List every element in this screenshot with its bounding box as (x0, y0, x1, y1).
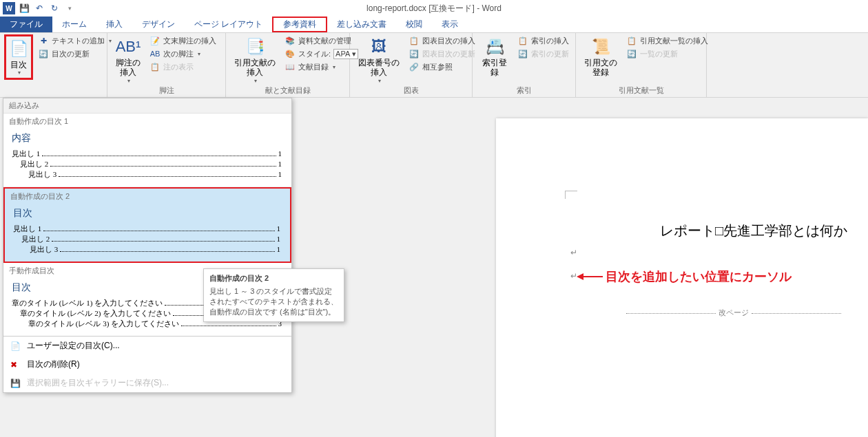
toc-gallery: 組み込み 自動作成の目次 1 内容 見出し 11 見出し 21 見出し 31 自… (3, 98, 292, 393)
style-selector[interactable]: 🎨スタイル: APA ▾ (282, 47, 360, 60)
word-logo-icon: W (3, 2, 15, 14)
annotation-arrow: 目次を追加したい位置にカーソル (579, 268, 792, 285)
insert-toa-icon: 📋 (626, 35, 637, 46)
window-title: long-report.docx [互換モード] - Word (366, 3, 502, 14)
tab-file[interactable]: ファイル (0, 17, 52, 32)
document-title: レポート□先進工学部とは何か (660, 222, 847, 240)
undo-button[interactable]: ↶ (33, 2, 45, 14)
next-footnote-button[interactable]: AB次の脚注 (147, 47, 218, 60)
title-bar: W 💾 ↶ ↻ ▾ long-report.docx [互換モード] - Wor… (0, 0, 868, 17)
update-toc-button[interactable]: 🔄目次の更新 (36, 47, 114, 60)
update-toa-label: 一覧の更新 (640, 49, 678, 59)
bibliography-button[interactable]: 📖文献目録 (282, 61, 360, 73)
next-footnote-label: 次の脚注 (163, 49, 194, 59)
style-icon: 🎨 (285, 48, 296, 59)
toc-auto-1[interactable]: 自動作成の目次 1 内容 見出し 11 見出し 21 見出し 31 (3, 114, 291, 187)
insert-citation-button[interactable]: 📑 引用文献の 挿入 (230, 34, 280, 85)
insert-tof-label: 図表目次の挿入 (422, 36, 475, 46)
tooltip: 自動作成の目次 2 見出し 1 ～ 3 のスタイルで書式設定されたすべてのテキス… (203, 268, 344, 322)
mark-citation-button[interactable]: 📜 引用文の 登録 (580, 34, 621, 79)
group-captions-label: 図表 (350, 85, 472, 96)
tab-review[interactable]: 校閲 (396, 17, 432, 32)
insert-footnote-button[interactable]: AB¹ 脚注の 挿入 (112, 34, 145, 85)
tab-design[interactable]: デザイン (132, 17, 185, 32)
gallery-section-builtin: 組み込み (3, 98, 291, 114)
update-tof-button[interactable]: 🔄図表目次の更新 (406, 47, 477, 60)
cross-reference-label: 相互参照 (422, 62, 453, 72)
toa-icon: 📜 (590, 36, 612, 58)
qat-customize-icon[interactable]: ▾ (63, 2, 76, 14)
add-text-icon: ✚ (38, 35, 49, 46)
update-toc-icon: 🔄 (38, 48, 49, 59)
insert-caption-label: 図表番号の 挿入 (358, 58, 400, 78)
style-label: スタイル: (298, 49, 331, 59)
remove-toc-icon: ✖ (10, 360, 21, 370)
tab-home[interactable]: ホーム (52, 17, 96, 32)
remove-toc-label: 目次の削除(R) (27, 359, 80, 370)
insert-endnote-label: 文末脚注の挿入 (163, 36, 216, 46)
tab-view[interactable]: 表示 (432, 17, 468, 32)
insert-index-button[interactable]: 📋索引の挿入 (515, 34, 571, 47)
tooltip-body: 見出し 1 ～ 3 のスタイルで書式設定されたすべてのテキストが含まれる、自動作… (209, 286, 338, 317)
show-notes-icon: 📋 (149, 61, 161, 72)
manage-sources-button[interactable]: 📚資料文献の管理 (282, 34, 360, 47)
tof-icon: 📋 (409, 35, 420, 46)
caption-icon: 🖼 (368, 36, 390, 58)
tab-mailings[interactable]: 差し込み文書 (327, 17, 396, 32)
tab-references[interactable]: 参考資料 (272, 17, 327, 32)
page-break-indicator: 改ページ (620, 308, 847, 318)
save-selection-icon: 💾 (10, 379, 21, 388)
cross-reference-button[interactable]: 🔗相互参照 (406, 61, 477, 73)
update-tof-label: 図表目次の更新 (422, 49, 475, 59)
custom-toc-label: ユーザー設定の目次(C)... (27, 340, 120, 352)
custom-toc-menu[interactable]: 📄ユーザー設定の目次(C)... (3, 337, 291, 355)
insert-index-icon: 📋 (517, 35, 528, 46)
save-button[interactable]: 💾 (18, 2, 30, 14)
insert-toa-button[interactable]: 📋引用文献一覧の挿入 (624, 34, 710, 47)
footnote-icon: AB¹ (117, 36, 139, 58)
toc-icon: 📄 (8, 38, 30, 60)
insert-footnote-label: 脚注の 挿入 (116, 58, 141, 78)
toc-auto-1-title: 自動作成の目次 1 (9, 116, 286, 127)
update-index-button[interactable]: 🔄索引の更新 (515, 47, 571, 60)
bibliography-icon: 📖 (285, 61, 296, 72)
mark-entry-button[interactable]: 📇 索引登録 (477, 34, 513, 79)
manage-sources-label: 資料文献の管理 (298, 36, 351, 46)
insert-caption-button[interactable]: 🖼 図表番号の 挿入 (354, 34, 404, 85)
manage-sources-icon: 📚 (285, 35, 296, 46)
update-tof-icon: 🔄 (409, 48, 420, 59)
tooltip-title: 自動作成の目次 2 (209, 273, 338, 284)
arrow-icon (579, 276, 603, 277)
crossref-icon: 🔗 (409, 61, 420, 72)
tab-insert[interactable]: 挿入 (96, 17, 132, 32)
group-citations-label: 献と文献目録 (226, 85, 349, 96)
toc-auto-2[interactable]: 自動作成の目次 2 目次 見出し 11 見出し 21 見出し 31 (3, 187, 291, 263)
show-notes-label: 注の表示 (163, 62, 194, 72)
insert-toa-label: 引用文献一覧の挿入 (640, 36, 708, 46)
endnote-icon: 📝 (149, 35, 161, 46)
insert-citation-label: 引用文献の 挿入 (234, 58, 276, 78)
ribbon: 📄 目次 ✚テキストの追加 🔄目次の更新 AB¹ 脚注の 挿入 📝文末脚注の挿入… (0, 33, 868, 98)
save-selection-menu: 💾選択範囲を目次ギャラリーに保存(S)... (3, 374, 291, 392)
index-icon: 📇 (484, 36, 506, 58)
toc-button[interactable]: 📄 目次 (4, 34, 33, 80)
mark-citation-label: 引用文の 登録 (584, 58, 617, 78)
save-selection-label: 選択範囲を目次ギャラリーに保存(S)... (27, 377, 169, 389)
paragraph-mark: ↵ (570, 248, 577, 257)
bibliography-label: 文献目録 (298, 62, 329, 72)
tab-layout[interactable]: ページ レイアウト (185, 17, 272, 32)
toc-button-label: 目次 (10, 60, 27, 70)
custom-toc-icon: 📄 (10, 341, 21, 351)
insert-tof-button[interactable]: 📋図表目次の挿入 (406, 34, 477, 47)
group-footnotes-label: 脚注 (107, 85, 225, 96)
insert-endnote-button[interactable]: 📝文末脚注の挿入 (147, 34, 218, 47)
toc-auto-2-title: 自動作成の目次 2 (10, 191, 285, 202)
update-index-label: 索引の更新 (531, 49, 569, 59)
insert-index-label: 索引の挿入 (531, 36, 569, 46)
show-notes-button[interactable]: 📋注の表示 (147, 61, 218, 73)
add-text-button[interactable]: ✚テキストの追加 (36, 34, 114, 47)
update-toa-button[interactable]: 🔄一覧の更新 (624, 47, 710, 60)
redo-button[interactable]: ↻ (48, 2, 61, 14)
remove-toc-menu[interactable]: ✖目次の削除(R) (3, 355, 291, 374)
toc-preview-heading: 内容 (12, 132, 282, 145)
